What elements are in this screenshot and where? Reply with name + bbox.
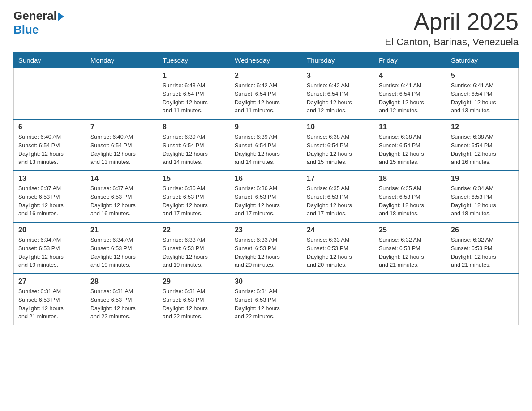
day-number: 29 bbox=[163, 278, 225, 286]
calendar-cell: 22Sunrise: 6:33 AM Sunset: 6:53 PM Dayli… bbox=[158, 222, 230, 274]
day-number: 10 bbox=[307, 123, 369, 131]
day-info: Sunrise: 6:33 AM Sunset: 6:53 PM Dayligh… bbox=[307, 236, 369, 270]
calendar-cell: 5Sunrise: 6:41 AM Sunset: 6:54 PM Daylig… bbox=[446, 68, 519, 120]
logo: General Blue bbox=[13, 9, 64, 37]
day-number: 17 bbox=[307, 175, 369, 183]
day-info: Sunrise: 6:38 AM Sunset: 6:54 PM Dayligh… bbox=[307, 133, 369, 167]
calendar-cell bbox=[302, 274, 374, 325]
day-number: 16 bbox=[235, 175, 297, 183]
logo-arrow-icon bbox=[58, 12, 64, 21]
day-info: Sunrise: 6:37 AM Sunset: 6:53 PM Dayligh… bbox=[90, 184, 153, 218]
day-number: 8 bbox=[163, 123, 225, 131]
calendar-cell: 20Sunrise: 6:34 AM Sunset: 6:53 PM Dayli… bbox=[14, 222, 86, 274]
calendar-cell: 12Sunrise: 6:38 AM Sunset: 6:54 PM Dayli… bbox=[446, 119, 519, 171]
logo-general-text: General bbox=[13, 9, 57, 23]
day-info: Sunrise: 6:31 AM Sunset: 6:53 PM Dayligh… bbox=[235, 287, 297, 321]
day-number: 18 bbox=[379, 175, 442, 183]
day-info: Sunrise: 6:34 AM Sunset: 6:53 PM Dayligh… bbox=[90, 236, 153, 270]
calendar-cell: 3Sunrise: 6:42 AM Sunset: 6:54 PM Daylig… bbox=[302, 68, 374, 120]
day-number: 30 bbox=[235, 278, 297, 286]
calendar-cell: 19Sunrise: 6:34 AM Sunset: 6:53 PM Dayli… bbox=[446, 171, 519, 222]
day-number: 7 bbox=[90, 123, 153, 131]
calendar-cell: 18Sunrise: 6:35 AM Sunset: 6:53 PM Dayli… bbox=[374, 171, 446, 222]
day-info: Sunrise: 6:32 AM Sunset: 6:53 PM Dayligh… bbox=[379, 236, 442, 270]
day-number: 6 bbox=[18, 123, 81, 131]
calendar-table: SundayMondayTuesdayWednesdayThursdayFrid… bbox=[13, 52, 519, 325]
calendar-cell: 14Sunrise: 6:37 AM Sunset: 6:53 PM Dayli… bbox=[86, 171, 158, 222]
day-info: Sunrise: 6:38 AM Sunset: 6:54 PM Dayligh… bbox=[379, 133, 442, 167]
logo-blue-text: Blue bbox=[13, 23, 39, 37]
day-info: Sunrise: 6:36 AM Sunset: 6:53 PM Dayligh… bbox=[235, 184, 297, 218]
calendar-cell: 15Sunrise: 6:36 AM Sunset: 6:53 PM Dayli… bbox=[158, 171, 230, 222]
day-info: Sunrise: 6:36 AM Sunset: 6:53 PM Dayligh… bbox=[163, 184, 225, 218]
calendar-cell: 27Sunrise: 6:31 AM Sunset: 6:53 PM Dayli… bbox=[14, 274, 86, 325]
day-info: Sunrise: 6:34 AM Sunset: 6:53 PM Dayligh… bbox=[451, 184, 514, 218]
calendar-cell: 6Sunrise: 6:40 AM Sunset: 6:54 PM Daylig… bbox=[14, 119, 86, 171]
day-number: 20 bbox=[18, 226, 81, 234]
day-number: 5 bbox=[451, 72, 514, 80]
calendar-cell: 26Sunrise: 6:32 AM Sunset: 6:53 PM Dayli… bbox=[446, 222, 519, 274]
day-info: Sunrise: 6:38 AM Sunset: 6:54 PM Dayligh… bbox=[451, 133, 514, 167]
day-info: Sunrise: 6:41 AM Sunset: 6:54 PM Dayligh… bbox=[379, 81, 442, 115]
calendar-week-row: 1Sunrise: 6:43 AM Sunset: 6:54 PM Daylig… bbox=[14, 68, 519, 120]
calendar-subtitle: El Canton, Barinas, Venezuela bbox=[385, 36, 519, 48]
calendar-cell: 16Sunrise: 6:36 AM Sunset: 6:53 PM Dayli… bbox=[230, 171, 302, 222]
day-number: 27 bbox=[18, 278, 81, 286]
day-number: 4 bbox=[379, 72, 442, 80]
day-number: 1 bbox=[163, 72, 225, 80]
calendar-header-row: SundayMondayTuesdayWednesdayThursdayFrid… bbox=[14, 53, 519, 68]
day-number: 9 bbox=[235, 123, 297, 131]
column-header-thursday: Thursday bbox=[302, 53, 374, 68]
day-number: 3 bbox=[307, 72, 369, 80]
calendar-week-row: 20Sunrise: 6:34 AM Sunset: 6:53 PM Dayli… bbox=[14, 222, 519, 274]
day-number: 15 bbox=[163, 175, 225, 183]
calendar-cell: 2Sunrise: 6:42 AM Sunset: 6:54 PM Daylig… bbox=[230, 68, 302, 120]
column-header-wednesday: Wednesday bbox=[230, 53, 302, 68]
calendar-cell: 11Sunrise: 6:38 AM Sunset: 6:54 PM Dayli… bbox=[374, 119, 446, 171]
day-number: 24 bbox=[307, 226, 369, 234]
day-info: Sunrise: 6:41 AM Sunset: 6:54 PM Dayligh… bbox=[451, 81, 514, 115]
day-info: Sunrise: 6:31 AM Sunset: 6:53 PM Dayligh… bbox=[163, 287, 225, 321]
column-header-friday: Friday bbox=[374, 53, 446, 68]
calendar-cell: 7Sunrise: 6:40 AM Sunset: 6:54 PM Daylig… bbox=[86, 119, 158, 171]
day-number: 21 bbox=[90, 226, 153, 234]
day-number: 25 bbox=[379, 226, 442, 234]
column-header-tuesday: Tuesday bbox=[158, 53, 230, 68]
day-number: 26 bbox=[451, 226, 514, 234]
calendar-cell bbox=[446, 274, 519, 325]
title-block: April 2025 El Canton, Barinas, Venezuela bbox=[385, 9, 519, 48]
day-info: Sunrise: 6:42 AM Sunset: 6:54 PM Dayligh… bbox=[235, 81, 297, 115]
day-info: Sunrise: 6:33 AM Sunset: 6:53 PM Dayligh… bbox=[235, 236, 297, 270]
calendar-cell: 9Sunrise: 6:39 AM Sunset: 6:54 PM Daylig… bbox=[230, 119, 302, 171]
calendar-cell: 25Sunrise: 6:32 AM Sunset: 6:53 PM Dayli… bbox=[374, 222, 446, 274]
day-number: 14 bbox=[90, 175, 153, 183]
calendar-cell: 13Sunrise: 6:37 AM Sunset: 6:53 PM Dayli… bbox=[14, 171, 86, 222]
calendar-cell: 29Sunrise: 6:31 AM Sunset: 6:53 PM Dayli… bbox=[158, 274, 230, 325]
column-header-monday: Monday bbox=[86, 53, 158, 68]
calendar-cell: 8Sunrise: 6:39 AM Sunset: 6:54 PM Daylig… bbox=[158, 119, 230, 171]
calendar-week-row: 27Sunrise: 6:31 AM Sunset: 6:53 PM Dayli… bbox=[14, 274, 519, 325]
calendar-cell: 10Sunrise: 6:38 AM Sunset: 6:54 PM Dayli… bbox=[302, 119, 374, 171]
day-info: Sunrise: 6:34 AM Sunset: 6:53 PM Dayligh… bbox=[18, 236, 81, 270]
day-info: Sunrise: 6:39 AM Sunset: 6:54 PM Dayligh… bbox=[163, 133, 225, 167]
calendar-cell: 4Sunrise: 6:41 AM Sunset: 6:54 PM Daylig… bbox=[374, 68, 446, 120]
day-number: 28 bbox=[90, 278, 153, 286]
day-info: Sunrise: 6:39 AM Sunset: 6:54 PM Dayligh… bbox=[235, 133, 297, 167]
calendar-cell bbox=[374, 274, 446, 325]
calendar-cell: 23Sunrise: 6:33 AM Sunset: 6:53 PM Dayli… bbox=[230, 222, 302, 274]
page-header: General Blue April 2025 El Canton, Barin… bbox=[13, 9, 519, 48]
calendar-cell: 21Sunrise: 6:34 AM Sunset: 6:53 PM Dayli… bbox=[86, 222, 158, 274]
column-header-saturday: Saturday bbox=[446, 53, 519, 68]
calendar-cell: 24Sunrise: 6:33 AM Sunset: 6:53 PM Dayli… bbox=[302, 222, 374, 274]
day-info: Sunrise: 6:32 AM Sunset: 6:53 PM Dayligh… bbox=[451, 236, 514, 270]
day-number: 19 bbox=[451, 175, 514, 183]
calendar-week-row: 6Sunrise: 6:40 AM Sunset: 6:54 PM Daylig… bbox=[14, 119, 519, 171]
day-number: 23 bbox=[235, 226, 297, 234]
day-number: 2 bbox=[235, 72, 297, 80]
day-info: Sunrise: 6:37 AM Sunset: 6:53 PM Dayligh… bbox=[18, 184, 81, 218]
day-info: Sunrise: 6:33 AM Sunset: 6:53 PM Dayligh… bbox=[163, 236, 225, 270]
calendar-cell: 1Sunrise: 6:43 AM Sunset: 6:54 PM Daylig… bbox=[158, 68, 230, 120]
calendar-cell bbox=[86, 68, 158, 120]
day-info: Sunrise: 6:35 AM Sunset: 6:53 PM Dayligh… bbox=[379, 184, 442, 218]
day-info: Sunrise: 6:35 AM Sunset: 6:53 PM Dayligh… bbox=[307, 184, 369, 218]
